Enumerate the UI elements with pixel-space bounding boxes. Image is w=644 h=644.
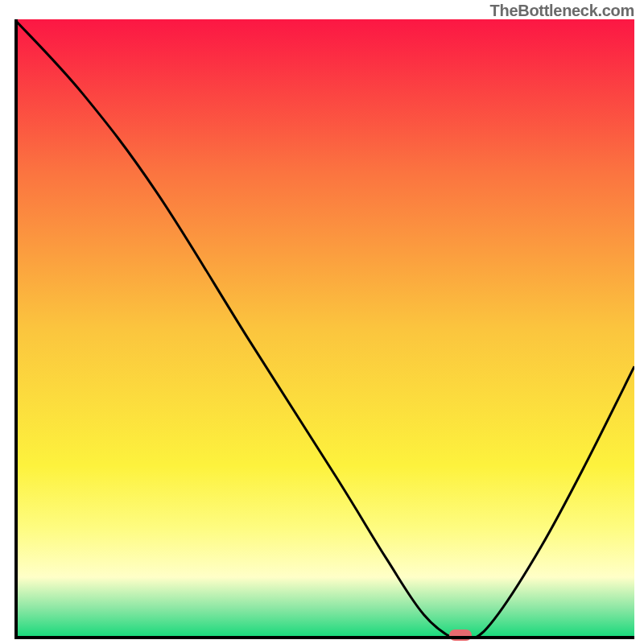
bottleneck-chart bbox=[14, 19, 634, 639]
y-axis bbox=[14, 19, 18, 639]
bottleneck-curve-path bbox=[14, 19, 634, 639]
chart-line-svg bbox=[14, 19, 634, 639]
watermark-text: TheBottleneck.com bbox=[490, 2, 634, 20]
x-axis bbox=[14, 636, 634, 639]
